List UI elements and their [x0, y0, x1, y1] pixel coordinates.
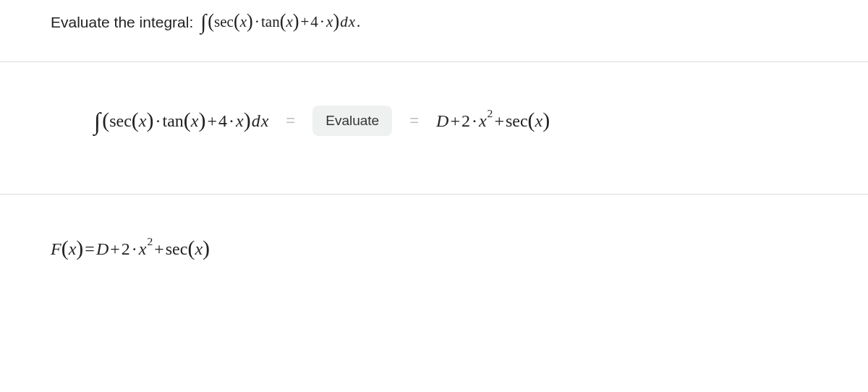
variable-x-lhs-linear: x	[236, 111, 244, 131]
close-paren-lhs: )	[244, 109, 251, 131]
rhs-result-expression: D + 2 · x2 + sec ( x )	[436, 110, 550, 132]
statement-period: .	[357, 13, 360, 31]
plus-F-2: +	[154, 239, 164, 259]
lhs-integral-expression: ∫ ( sec ( x ) · tan ( x ) + 4 · x ) dx	[94, 109, 268, 134]
close-paren-F-sec: )	[203, 237, 210, 259]
sec-fn-lhs: sec	[109, 111, 132, 131]
open-paren-lhs-sec: (	[132, 109, 139, 131]
close-paren-inner: )	[247, 12, 253, 31]
close-paren-F: )	[76, 237, 83, 259]
problem-integral-expression: ∫ ( sec ( x ) · tan ( x ) + 4 · x )	[200, 12, 362, 33]
tan-fn: tan	[261, 13, 280, 31]
sec-fn-rhs: sec	[506, 111, 528, 131]
differential-dx: dx	[339, 13, 355, 31]
problem-card: Evaluate the integral: ∫ ( sec ( x ) · t…	[0, 0, 868, 195]
multiply-dot-2: ·	[320, 13, 324, 31]
sec-fn-F: sec	[166, 239, 188, 259]
variable-x-rhs: x	[479, 111, 487, 131]
variable-x-linear: x	[326, 13, 333, 31]
multiply-dot-F: ·	[132, 239, 137, 259]
coefficient-4: 4	[310, 13, 318, 31]
differential-d: d	[340, 13, 348, 30]
equals-F: =	[85, 239, 95, 259]
tan-fn-lhs: tan	[163, 111, 184, 131]
constant-D-F: D	[96, 239, 109, 259]
multiply-dot-lhs: ·	[156, 111, 161, 131]
plus-rhs-2: +	[494, 111, 504, 131]
open-paren: (	[208, 12, 214, 31]
variable-x-lhs-sec: x	[139, 111, 147, 131]
function-F: F	[51, 239, 61, 259]
plus-sign-lhs: +	[208, 111, 218, 131]
open-paren-F: (	[61, 237, 69, 259]
open-paren-lhs-tan: (	[184, 109, 191, 131]
exponent-2-F: 2	[147, 235, 153, 248]
equals-left: =	[286, 111, 295, 130]
close-paren-lhs-tan: )	[199, 109, 206, 131]
exponent-2-rhs: 2	[488, 107, 493, 120]
plus-sign: +	[301, 13, 310, 31]
open-paren-rhs: (	[528, 109, 535, 131]
open-paren-lhs: (	[102, 109, 109, 131]
variable-x-rhs-sec: x	[535, 111, 543, 131]
differential-x-lhs: x	[261, 111, 269, 130]
differential-d-lhs: d	[252, 111, 260, 130]
page: Evaluate the integral: ∫ ( sec ( x ) · t…	[0, 0, 868, 289]
problem-statement: Evaluate the integral: ∫ ( sec ( x ) · t…	[51, 12, 868, 33]
close-paren-lhs-sec: )	[147, 109, 154, 131]
problem-statement-row: Evaluate the integral: ∫ ( sec ( x ) · t…	[0, 0, 868, 62]
plus-rhs-1: +	[450, 111, 460, 131]
open-paren-F-sec: (	[187, 237, 195, 259]
integral-sign-lhs: ∫	[94, 109, 101, 134]
variable-x: x	[240, 13, 247, 31]
close-paren-rhs: )	[542, 109, 550, 131]
constant-D: D	[436, 111, 448, 131]
open-paren-inner: (	[234, 12, 240, 31]
integral-sign: ∫	[200, 12, 206, 33]
coefficient-2-rhs: 2	[461, 111, 470, 131]
close-paren-tan: )	[293, 12, 299, 31]
problem-intro-text: Evaluate the integral:	[51, 14, 193, 31]
open-paren-tan: (	[280, 12, 286, 31]
plus-F-1: +	[110, 239, 120, 259]
antiderivative-expression: F ( x ) = D + 2 · x2 + sec ( x )	[51, 238, 210, 260]
multiply-dot-rhs: ·	[472, 111, 477, 131]
close-paren: )	[333, 12, 339, 31]
variable-x-tan: x	[286, 13, 292, 31]
sec-fn: sec	[214, 13, 234, 31]
variable-x-F-sq: x	[139, 239, 147, 259]
equals-right: =	[409, 111, 419, 130]
coefficient-4-lhs: 4	[218, 111, 227, 131]
evaluate-button[interactable]: Evaluate	[312, 106, 392, 136]
variable-x-F-sec: x	[195, 239, 203, 259]
multiply-dot: ·	[255, 13, 259, 31]
variable-x-F: x	[69, 239, 77, 259]
antiderivative-card: F ( x ) = D + 2 · x2 + sec ( x )	[0, 195, 868, 289]
differential-dx-lhs: dx	[251, 111, 269, 131]
multiply-dot-lhs-2: ·	[229, 111, 234, 131]
variable-x-lhs-tan: x	[191, 111, 199, 131]
differential-x: x	[349, 13, 355, 30]
coefficient-2-F: 2	[122, 239, 130, 259]
evaluation-row: ∫ ( sec ( x ) · tan ( x ) + 4 · x ) dx	[0, 62, 868, 194]
